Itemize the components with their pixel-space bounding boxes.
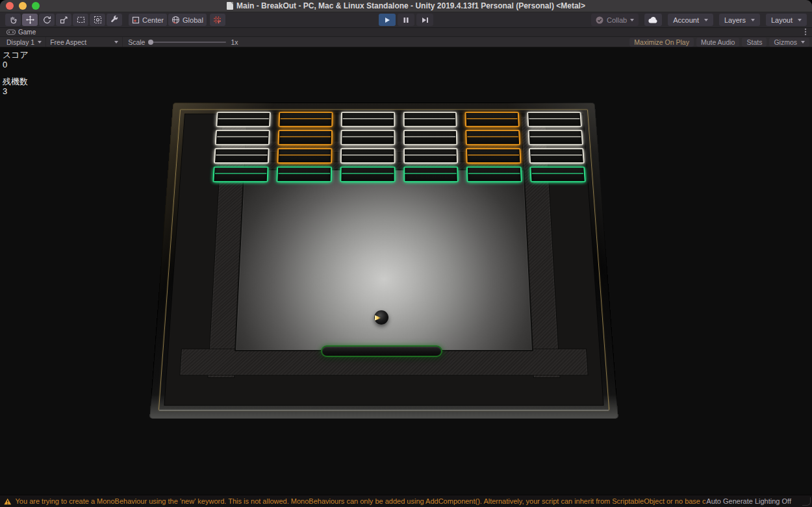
scale-tool-button[interactable] [56, 14, 71, 26]
brick-green [276, 167, 331, 182]
custom-tool-button[interactable] [107, 14, 122, 26]
resize-grip[interactable] [802, 497, 811, 506]
view-tabbar: Game [0, 28, 812, 37]
display-dropdown[interactable]: Display 1 [3, 37, 46, 47]
tab-game[interactable]: Game [3, 28, 40, 36]
collab-button[interactable]: Collab [591, 14, 639, 26]
transform-tool-button[interactable] [90, 14, 105, 26]
window-title-wrap: Main - BreakOut - PC, Mac & Linux Standa… [0, 1, 812, 10]
orientation-toggle-button[interactable]: Global [168, 14, 207, 26]
rotate-tool-button[interactable] [39, 14, 55, 26]
pivot-label: Center [142, 16, 164, 24]
gizmos-dropdown[interactable]: Gizmos [769, 38, 809, 47]
scale-control: Scale 1x [123, 38, 243, 46]
main-toolbar: Center Global [0, 12, 812, 28]
account-dropdown[interactable]: Account [668, 14, 713, 26]
warning-icon [4, 498, 12, 505]
rect-tool-button[interactable] [73, 14, 88, 26]
pivot-toggle-button[interactable]: Center [129, 14, 167, 26]
transform-tool-icon [94, 16, 102, 24]
cloud-icon [648, 17, 658, 23]
brick-orange [465, 112, 520, 127]
scale-slider-knob[interactable] [148, 40, 153, 45]
collab-label: Collab [607, 16, 627, 24]
hand-tool-icon [9, 16, 18, 24]
traffic-lights [6, 2, 40, 10]
layers-dropdown[interactable]: Layers [719, 14, 760, 26]
brick-white [214, 148, 269, 164]
play-icon [384, 17, 390, 23]
layout-caret-icon [798, 19, 802, 21]
console-warning-text[interactable]: You are trying to create a MonoBehaviour… [16, 497, 707, 505]
account-label: Account [673, 16, 699, 24]
gizmos-caret-icon [801, 41, 805, 43]
minimize-window-button[interactable] [19, 2, 27, 10]
score-block: スコア 0 [3, 50, 29, 69]
unity-window: Main - BreakOut - PC, Mac & Linux Standa… [0, 0, 812, 507]
arena-plane [149, 103, 618, 419]
brick-white [527, 112, 581, 127]
brick-grid [212, 112, 585, 182]
brick-white [528, 130, 583, 145]
toolbar-right: Collab Account Layers Layout [591, 14, 807, 26]
close-window-button[interactable] [6, 2, 14, 10]
aspect-caret-icon [114, 41, 118, 43]
mute-audio-toggle[interactable]: Mute Audio [696, 38, 740, 47]
brick-green [403, 167, 459, 182]
layout-label: Layout [771, 16, 793, 24]
brick-orange [278, 112, 333, 127]
brick-green [466, 167, 522, 182]
tab-options-button[interactable] [804, 27, 807, 38]
brick-orange [466, 148, 521, 164]
playmode-controls [379, 14, 433, 26]
lives-value: 3 [3, 86, 29, 96]
scale-label: Scale [128, 38, 145, 46]
brick-white [340, 112, 394, 127]
collab-caret-icon [630, 19, 634, 21]
brick-orange [277, 148, 332, 164]
zoom-window-button[interactable] [32, 2, 40, 10]
stats-toggle[interactable]: Stats [742, 38, 767, 47]
brick-green [530, 167, 586, 182]
globe-icon [171, 16, 180, 24]
pivot-center-icon [132, 16, 140, 24]
game-viewport[interactable]: スコア 0 残機数 3 [0, 47, 812, 495]
mute-label: Mute Audio [701, 38, 735, 46]
game-hud: スコア 0 残機数 3 [3, 50, 29, 103]
layout-dropdown[interactable]: Layout [766, 14, 807, 26]
transform-tools [5, 14, 122, 26]
brick-white [340, 130, 395, 145]
play-button[interactable] [379, 14, 396, 26]
scale-slider[interactable] [149, 42, 226, 43]
brick-orange [277, 130, 332, 145]
brick-orange [466, 130, 521, 145]
cloud-button[interactable] [644, 14, 662, 26]
scale-tool-icon [60, 16, 68, 24]
stats-label: Stats [746, 38, 762, 46]
aspect-label: Free Aspect [50, 38, 86, 46]
aspect-dropdown[interactable]: Free Aspect [46, 37, 123, 47]
brick-green [340, 167, 395, 182]
lives-block: 残機数 3 [3, 77, 29, 96]
step-icon [422, 17, 429, 23]
auto-generate-lighting-label: Auto Generate Lighting Off [706, 497, 791, 505]
brick-white [403, 112, 457, 127]
maximize-on-play-toggle[interactable]: Maximize On Play [629, 38, 694, 47]
brick-white [215, 130, 270, 145]
lives-label: 残機数 [3, 77, 29, 86]
gamepad-icon [6, 29, 16, 35]
grid-snap-button[interactable] [210, 14, 225, 26]
hand-tool-button[interactable] [5, 14, 21, 26]
brick-white [216, 112, 270, 127]
pause-button[interactable] [398, 14, 414, 26]
brick-white [403, 148, 459, 164]
step-button[interactable] [416, 14, 433, 26]
move-tool-button[interactable] [22, 14, 38, 26]
brick-green [212, 167, 268, 182]
statusbar[interactable]: You are trying to create a MonoBehaviour… [0, 495, 812, 507]
orientation-label: Global [183, 16, 203, 24]
kebab-menu-icon [804, 28, 807, 36]
game-view-options: Maximize On Play Mute Audio Stats Gizmos [629, 38, 809, 47]
pause-icon [403, 17, 409, 23]
score-label: スコア [3, 50, 29, 60]
